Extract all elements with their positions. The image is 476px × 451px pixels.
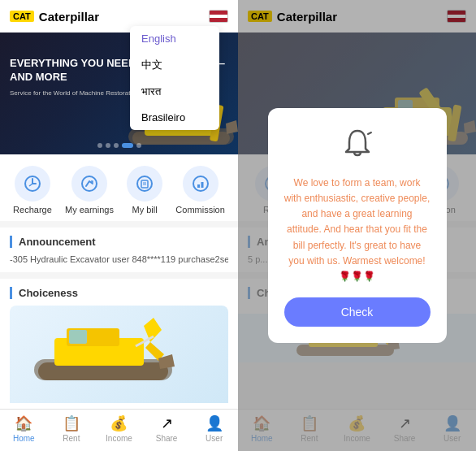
left-bottom-nav: 🏠 Home 📋 Rent 💰 Income ↗ Share 👤 User bbox=[0, 409, 238, 451]
share-icon: ↗ bbox=[161, 414, 173, 432]
nav-income[interactable]: 💰 Income bbox=[95, 414, 143, 444]
svg-point-10 bbox=[137, 176, 152, 191]
nav-rent[interactable]: 📋 Rent bbox=[48, 414, 96, 444]
welcome-modal: We love to form a team, work with enthus… bbox=[268, 108, 447, 343]
announcement-text: -305 Hydraulic Excavator user 848****119… bbox=[10, 254, 228, 264]
nav-user-label: User bbox=[206, 434, 223, 443]
modal-check-button[interactable]: Check bbox=[284, 297, 431, 327]
flag-icon[interactable] bbox=[209, 10, 228, 23]
svg-rect-21 bbox=[69, 330, 87, 344]
lang-portuguese[interactable]: Brasileiro bbox=[130, 105, 219, 130]
home-icon: 🏠 bbox=[15, 414, 32, 432]
income-icon: 💰 bbox=[110, 414, 128, 432]
earnings-label: My earnings bbox=[65, 205, 114, 215]
commission-label: Commission bbox=[175, 205, 225, 215]
product-card[interactable]: Caterpillar CAT-355 Excavator bbox=[10, 306, 228, 421]
nav-share-label: Share bbox=[156, 434, 178, 443]
app-container: CAT Caterpillar English 中文 भारत Brasilei… bbox=[0, 0, 476, 451]
svg-point-9 bbox=[82, 176, 97, 191]
hero-dot-2 bbox=[106, 143, 110, 148]
action-commission[interactable]: Commission bbox=[175, 166, 225, 215]
hero-dots bbox=[97, 143, 141, 148]
action-bill[interactable]: My bill bbox=[127, 166, 162, 215]
language-dropdown: English 中文 भारत Brasileiro bbox=[130, 26, 219, 130]
choiceness-section: Choiceness Caterpillar CAT-3 bbox=[0, 279, 238, 429]
svg-rect-15 bbox=[197, 184, 200, 188]
hero-dot-5 bbox=[136, 143, 141, 148]
svg-rect-16 bbox=[201, 182, 203, 188]
svg-point-14 bbox=[193, 176, 208, 191]
lang-hindi[interactable]: भारत bbox=[130, 79, 219, 105]
quick-actions: Recharge My earnings My bill Commission bbox=[0, 154, 238, 221]
nav-user[interactable]: 👤 User bbox=[190, 414, 238, 444]
lang-english[interactable]: English bbox=[130, 26, 219, 51]
earnings-icon bbox=[71, 166, 107, 202]
user-icon: 👤 bbox=[206, 414, 223, 432]
right-panel: CAT Caterpillar bbox=[238, 0, 476, 451]
nav-income-label: Income bbox=[106, 434, 132, 443]
action-earnings[interactable]: My earnings bbox=[65, 166, 114, 215]
logo-text: Caterpillar bbox=[39, 10, 99, 24]
rent-icon: 📋 bbox=[63, 414, 80, 432]
action-recharge[interactable]: Recharge bbox=[13, 166, 52, 215]
hero-dot-3 bbox=[114, 143, 119, 148]
product-excavator-svg bbox=[30, 314, 209, 395]
nav-home-label: Home bbox=[13, 434, 35, 443]
svg-line-36 bbox=[368, 132, 371, 134]
bill-icon bbox=[127, 166, 162, 202]
logo: CAT Caterpillar bbox=[10, 10, 99, 24]
nav-home[interactable]: 🏠 Home bbox=[0, 414, 48, 444]
bill-label: My bill bbox=[132, 205, 158, 215]
commission-icon bbox=[183, 166, 219, 202]
modal-overlay: We love to form a team, work with enthus… bbox=[238, 0, 476, 451]
hero-dot-1 bbox=[97, 143, 102, 148]
modal-bell-icon bbox=[284, 128, 431, 166]
choiceness-title: Choiceness bbox=[10, 287, 228, 299]
recharge-label: Recharge bbox=[13, 205, 52, 215]
lang-chinese[interactable]: 中文 bbox=[130, 51, 219, 79]
hero-dot-4 bbox=[122, 143, 133, 148]
nav-rent-label: Rent bbox=[63, 434, 80, 443]
logo-cat: CAT bbox=[10, 11, 34, 22]
modal-message: We love to form a team, work with enthus… bbox=[284, 176, 431, 284]
left-panel: CAT Caterpillar English 中文 भारत Brasilei… bbox=[0, 0, 238, 451]
nav-share[interactable]: ↗ Share bbox=[143, 414, 191, 444]
announcement-title: Announcement bbox=[10, 236, 228, 248]
recharge-icon bbox=[15, 166, 50, 202]
product-image bbox=[10, 306, 228, 403]
announcement-section: Announcement -305 Hydraulic Excavator us… bbox=[0, 228, 238, 272]
